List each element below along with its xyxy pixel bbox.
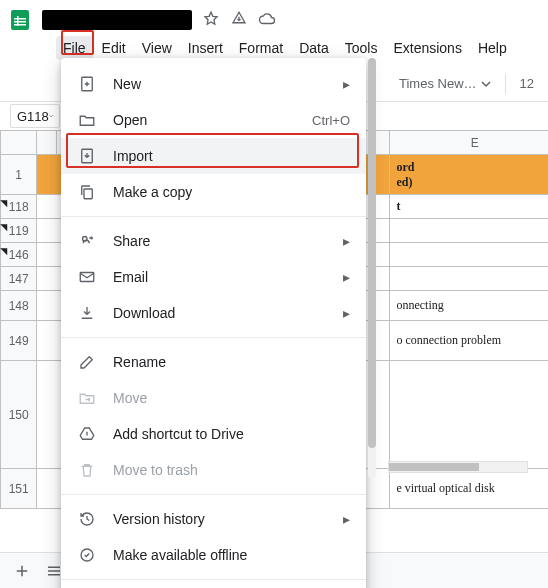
menu-separator [61, 494, 366, 495]
cell[interactable] [37, 243, 57, 267]
menu-format[interactable]: Format [232, 36, 290, 60]
menu-item-open[interactable]: Open Ctrl+O [61, 102, 366, 138]
menu-item-make-copy[interactable]: Make a copy [61, 174, 366, 210]
cell[interactable] [37, 219, 57, 243]
menu-file[interactable]: File [56, 36, 93, 60]
menu-separator [61, 216, 366, 217]
cell[interactable] [390, 267, 548, 291]
menu-edit[interactable]: Edit [95, 36, 133, 60]
col-header[interactable] [37, 131, 57, 155]
menu-view[interactable]: View [135, 36, 179, 60]
menu-item-trash: Move to trash [61, 452, 366, 488]
font-family-selector[interactable]: Times New… [393, 72, 497, 95]
menu-separator [61, 579, 366, 580]
menu-item-download[interactable]: Download ▸ [61, 295, 366, 331]
menu-item-offline[interactable]: Make available offline [61, 537, 366, 573]
submenu-arrow-icon: ▸ [343, 76, 350, 92]
row-header[interactable]: 150 [1, 361, 37, 469]
cell[interactable] [390, 361, 548, 469]
menu-item-import[interactable]: Import [61, 138, 366, 174]
cell[interactable]: t [390, 195, 548, 219]
chevron-down-icon [481, 79, 491, 89]
cell[interactable] [390, 243, 548, 267]
cell[interactable]: orded) [390, 155, 548, 195]
move-to-drive-icon[interactable] [230, 10, 248, 31]
trash-icon [77, 460, 97, 480]
cell[interactable] [37, 291, 57, 321]
font-size-selector[interactable]: 12 [514, 72, 540, 95]
menu-item-share[interactable]: Share ▸ [61, 223, 366, 259]
chevron-down-icon [49, 111, 53, 121]
menu-item-email[interactable]: Email ▸ [61, 259, 366, 295]
menu-tools[interactable]: Tools [338, 36, 385, 60]
download-icon [77, 303, 97, 323]
move-icon [77, 388, 97, 408]
svg-rect-3 [14, 24, 26, 26]
menu-insert[interactable]: Insert [181, 36, 230, 60]
menu-item-add-shortcut[interactable]: Add shortcut to Drive [61, 416, 366, 452]
row-header[interactable]: 119 [1, 219, 37, 243]
svg-rect-7 [84, 189, 92, 199]
menu-item-version-history[interactable]: Version history ▸ [61, 501, 366, 537]
row-header[interactable]: 151 [1, 469, 37, 509]
plus-icon [13, 562, 31, 580]
drive-shortcut-icon [77, 424, 97, 444]
cell[interactable]: o connection problem [390, 321, 548, 361]
menu-item-move: Move [61, 380, 366, 416]
row-header[interactable]: 146 [1, 243, 37, 267]
select-all-corner[interactable] [1, 131, 37, 155]
horizontal-scrollbar[interactable] [388, 461, 528, 473]
submenu-arrow-icon: ▸ [343, 233, 350, 249]
svg-rect-2 [14, 21, 26, 23]
row-header[interactable]: 1 [1, 155, 37, 195]
email-icon [77, 267, 97, 287]
cell[interactable] [37, 469, 57, 509]
share-icon [77, 231, 97, 251]
document-title[interactable] [42, 10, 192, 30]
submenu-arrow-icon: ▸ [343, 305, 350, 321]
cell[interactable] [390, 219, 548, 243]
submenu-arrow-icon: ▸ [343, 511, 350, 527]
font-family-label: Times New… [399, 76, 477, 91]
menu-data[interactable]: Data [292, 36, 336, 60]
name-box[interactable]: G118 [10, 104, 60, 128]
cell[interactable] [37, 267, 57, 291]
star-icon[interactable] [202, 10, 220, 31]
folder-open-icon [77, 110, 97, 130]
add-sheet-button[interactable] [8, 557, 36, 585]
menu-separator [61, 337, 366, 338]
menu-extensions[interactable]: Extensions [386, 36, 468, 60]
svg-rect-0 [11, 10, 29, 30]
row-header[interactable]: 149 [1, 321, 37, 361]
menu-item-rename[interactable]: Rename [61, 344, 366, 380]
submenu-arrow-icon: ▸ [343, 269, 350, 285]
titlebar [0, 0, 548, 34]
rename-icon [77, 352, 97, 372]
copy-icon [77, 182, 97, 202]
menu-item-new[interactable]: New ▸ [61, 66, 366, 102]
row-header[interactable]: 147 [1, 267, 37, 291]
cell[interactable] [37, 155, 57, 195]
cell[interactable]: e virtual optical disk [390, 469, 548, 509]
shortcut-label: Ctrl+O [312, 113, 350, 128]
dropdown-scrollbar-thumb[interactable] [368, 58, 376, 448]
sheets-logo[interactable] [8, 8, 32, 32]
row-header[interactable]: 148 [1, 291, 37, 321]
font-size-label: 12 [520, 76, 534, 91]
new-doc-icon [77, 74, 97, 94]
cell[interactable] [37, 321, 57, 361]
history-icon [77, 509, 97, 529]
cell[interactable]: onnecting [390, 291, 548, 321]
cloud-status-icon[interactable] [258, 10, 276, 31]
svg-rect-4 [17, 16, 19, 26]
svg-rect-1 [14, 18, 26, 20]
file-menu-dropdown: New ▸ Open Ctrl+O Import Make a copy Sha… [61, 58, 366, 588]
offline-icon [77, 545, 97, 565]
col-header-e[interactable]: E [390, 131, 548, 155]
menu-help[interactable]: Help [471, 36, 514, 60]
import-icon [77, 146, 97, 166]
cell[interactable] [37, 361, 57, 469]
cell[interactable] [37, 195, 57, 219]
row-header[interactable]: 118 [1, 195, 37, 219]
